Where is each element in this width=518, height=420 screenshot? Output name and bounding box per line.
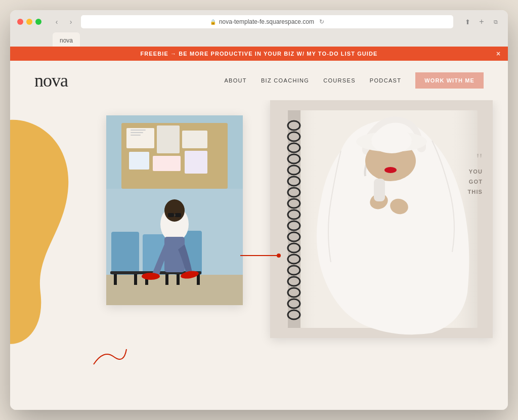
nav-podcast[interactable]: PODCAST [370, 77, 401, 83]
red-connector-line [240, 255, 281, 256]
svg-rect-8 [131, 130, 146, 131]
quote-area: " YOU GOT THIS [468, 151, 483, 197]
browser-chrome: ‹ › 🔒 nova-template-fe.squarespace.com ↻… [10, 10, 508, 47]
squiggle-left-decoration [89, 339, 129, 369]
quote-line-2: GOT [468, 177, 483, 187]
quote-mark: " [468, 151, 483, 167]
promo-banner: FREEBIE → BE MORE PRODUCTIVE IN YOUR BIZ… [10, 47, 508, 61]
site-nav: nova ABOUT BIZ COACHING COURSES PODCAST … [10, 61, 508, 100]
maximize-button[interactable] [35, 19, 41, 25]
svg-rect-19 [165, 273, 168, 285]
quote-line-1: YOU [468, 167, 483, 177]
browser-actions: ⬆ + ⧉ [462, 17, 501, 27]
tab-strip: nova [17, 32, 501, 47]
minimize-button[interactable] [26, 19, 32, 25]
close-button[interactable] [17, 19, 23, 25]
svg-rect-61 [374, 179, 385, 201]
svg-point-56 [384, 167, 397, 173]
nav-courses[interactable]: COURSES [323, 77, 356, 83]
svg-rect-30 [174, 215, 176, 216]
svg-rect-5 [129, 152, 149, 170]
svg-rect-10 [131, 135, 141, 136]
reload-icon[interactable]: ↻ [319, 18, 324, 25]
svg-point-58 [371, 128, 412, 153]
svg-rect-3 [157, 125, 180, 153]
photo-left-image [106, 115, 243, 305]
nav-links: ABOUT BIZ COACHING COURSES PODCAST WORK … [224, 72, 484, 89]
site-logo[interactable]: nova [34, 70, 68, 91]
svg-rect-2 [126, 128, 154, 148]
svg-rect-4 [182, 131, 207, 148]
work-with-me-button[interactable]: WORK WITH ME [415, 72, 484, 89]
tab-label: nova [60, 37, 73, 44]
decorative-blob [10, 110, 76, 353]
svg-rect-7 [185, 151, 207, 174]
photo-right-image [270, 100, 493, 338]
active-tab[interactable]: nova [53, 32, 80, 47]
nav-biz-coaching[interactable]: BIZ COACHING [261, 77, 309, 83]
address-bar[interactable]: 🔒 nova-template-fe.squarespace.com ↻ [81, 15, 453, 28]
website: FREEBIE → BE MORE PRODUCTIVE IN YOUR BIZ… [10, 47, 508, 410]
quote-text: YOU GOT THIS [468, 167, 483, 197]
nav-about[interactable]: ABOUT [224, 77, 247, 83]
browser-window: ‹ › 🔒 nova-template-fe.squarespace.com ↻… [10, 10, 508, 410]
svg-rect-13 [111, 232, 139, 275]
banner-close-button[interactable]: × [496, 50, 501, 58]
lock-icon: 🔒 [210, 19, 216, 25]
banner-text: FREEBIE → BE MORE PRODUCTIVE IN YOUR BIZ… [141, 51, 378, 57]
svg-point-25 [142, 273, 160, 280]
browser-nav: ‹ › [52, 17, 76, 27]
tabs-icon[interactable]: ⧉ [491, 17, 501, 27]
svg-rect-6 [153, 156, 181, 171]
forward-button[interactable]: › [66, 17, 76, 27]
back-button[interactable]: ‹ [52, 17, 62, 27]
browser-controls: ‹ › 🔒 nova-template-fe.squarespace.com ↻… [17, 15, 501, 28]
svg-rect-29 [175, 213, 181, 217]
svg-rect-28 [168, 213, 174, 217]
quote-line-3: THIS [468, 187, 483, 197]
svg-rect-9 [131, 132, 143, 133]
share-icon[interactable]: ⬆ [462, 17, 472, 27]
url-text: nova-template-fe.squarespace.com [219, 18, 314, 25]
new-tab-icon[interactable]: + [477, 17, 487, 27]
svg-point-27 [164, 199, 185, 222]
traffic-lights [17, 19, 41, 25]
photo-left [106, 115, 243, 305]
main-content: " YOU GOT THIS [10, 100, 508, 410]
svg-rect-12 [106, 275, 243, 305]
photo-right [270, 100, 493, 338]
